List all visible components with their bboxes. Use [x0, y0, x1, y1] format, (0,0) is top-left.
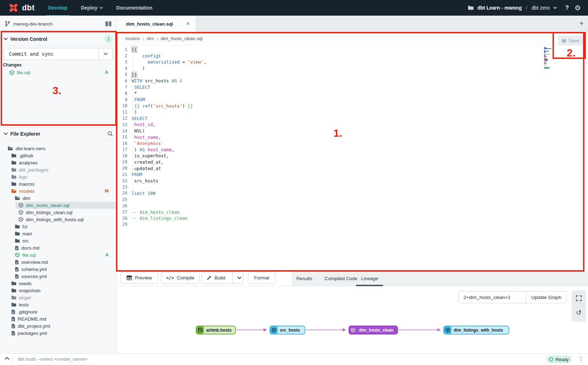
tab-lineage[interactable]: Lineage [356, 271, 383, 286]
gear-icon[interactable]: ⚙ [575, 4, 581, 11]
tree-item-dbt-packages[interactable]: dbt_packages [0, 166, 116, 173]
model-cube-icon [18, 210, 23, 215]
tree-item-fct[interactable]: fct [0, 223, 116, 230]
format-button[interactable]: Format [248, 272, 276, 284]
close-icon[interactable]: × [187, 21, 190, 27]
environment-name[interactable]: dbt zero [532, 5, 550, 11]
tree-item-dim-hosts-clean-sql[interactable]: dim_hosts_clean.sql [0, 202, 116, 209]
model-cube-icon [18, 217, 23, 222]
code-line-24: 24limit 100 [117, 190, 588, 197]
tree-item-label: analyses [19, 160, 38, 165]
project-separator: / [526, 5, 527, 11]
nav-item-develop[interactable]: Develop [48, 5, 67, 11]
code-line-13: 13 host_id, [117, 121, 588, 128]
branch-name[interactable]: mwong-dev-branch [13, 21, 52, 27]
dbt-logo[interactable]: dbt [8, 3, 35, 13]
code-icon: </> [166, 276, 174, 280]
tree-item-snapshots[interactable]: snapshots [0, 287, 116, 294]
kebab-menu-icon[interactable]: ⋮ [578, 355, 584, 362]
tree-item-models[interactable]: modelsM [0, 187, 116, 195]
tree-item-docs-md[interactable]: docs.md [0, 244, 116, 251]
tree-item-dbt-project-yml[interactable]: dbt_project.yml [0, 322, 116, 329]
folder-icon [15, 239, 20, 243]
split-view-icon[interactable] [105, 21, 111, 26]
tree-item-label: macros [19, 181, 34, 187]
tree-item-mart[interactable]: mart [0, 230, 116, 237]
build-options-button[interactable] [235, 277, 243, 279]
version-control-header[interactable]: Version Control 1 [0, 32, 116, 46]
nav-item-documentation[interactable]: Documentation [116, 5, 152, 11]
breadcrumb-models[interactable]: models [125, 36, 140, 41]
tree-item-label: mart [22, 231, 32, 236]
changed-file-name: file.sql [17, 70, 30, 75]
tree-item-dim[interactable]: dim [0, 195, 116, 202]
nav-item-deploy[interactable]: Deploy [81, 5, 103, 11]
line-number: 24 [117, 191, 132, 196]
breadcrumb-separator: › [143, 36, 144, 42]
tree-item-dim-listings-clean-sql[interactable]: dim_listings_clean.sql [0, 209, 116, 216]
breadcrumb-dim[interactable]: dim [147, 36, 154, 41]
tree-item-dim-listings-with-hosts-sql[interactable]: dim_listings_with_hosts.sql [0, 216, 116, 223]
search-icon[interactable] [107, 131, 113, 137]
tree-item-dbt-learn-zero[interactable]: dbt-learn-zero [0, 145, 116, 152]
top-nav: dbt Develop Deploy Documentation dbt Lea… [0, 0, 588, 16]
save-button[interactable]: Save [558, 36, 583, 45]
tab-dim-hosts-clean[interactable]: dim_hosts_clean.sql × [117, 16, 195, 32]
tree-item-sources-yml[interactable]: sources.yml [0, 273, 116, 280]
reset-view-icon[interactable]: ↺ [572, 305, 586, 320]
changes-label: Changes [3, 62, 22, 67]
tree-item-src[interactable]: src [0, 237, 116, 244]
code-editor[interactable]: 1{{2 config(3 materialized = 'view',4 )5… [117, 45, 588, 271]
chevron-down-icon[interactable] [553, 7, 557, 9]
lineage-node-airbnb-hosts[interactable]: airbnb.hosts [196, 326, 236, 334]
tree-item-readme-md[interactable]: README.md [0, 315, 116, 322]
folder-icon [11, 182, 16, 186]
branch-bar: mwong-dev-branch [0, 16, 116, 32]
tree-item-file-sql[interactable]: file.sqlA [0, 251, 116, 258]
compile-button[interactable]: </> Compile [161, 272, 200, 284]
lineage-node-src-hosts[interactable]: src_hosts [270, 326, 305, 334]
file-icon [11, 324, 15, 328]
tree-item-macros[interactable]: macros [0, 180, 116, 187]
lineage-selector-input[interactable]: 2+dim_hosts_clean+2 [459, 291, 526, 303]
tree-item-label: seeds [19, 281, 32, 286]
command-input[interactable]: dbt build --select <model_name> [18, 356, 88, 362]
lineage-node-dim-hosts-clean[interactable]: dim_hosts_clean [349, 326, 398, 334]
tree-item-logs[interactable]: logs [0, 173, 116, 180]
tree-item-seeds[interactable]: seeds [0, 280, 116, 287]
file-explorer-header[interactable]: File Explorer [0, 127, 117, 141]
tree-item-analyses[interactable]: analyses [0, 159, 116, 166]
model-cube-icon [18, 203, 23, 208]
file-tree: dbt-learn-zero.githubanalysesdbt_package… [0, 145, 116, 337]
new-tab-button[interactable]: + [579, 19, 584, 28]
tree-item-target[interactable]: target [0, 294, 116, 301]
commit-and-sync-button[interactable]: Commit and sync [4, 48, 113, 60]
tab-results[interactable]: Results [291, 271, 318, 286]
version-control-title: Version Control [10, 36, 47, 42]
line-number: 8 [117, 91, 132, 96]
code-lines: 1{{2 config(3 materialized = 'view',4 )5… [117, 47, 588, 228]
preview-button[interactable]: Preview [121, 272, 158, 284]
build-button[interactable]: Build [201, 272, 244, 284]
change-status-badge: A [105, 70, 108, 75]
help-icon[interactable]: ? [565, 4, 569, 11]
tree-item-label: overview.md [21, 260, 48, 265]
lineage-node-dim-listings-with-hosts[interactable]: dim_listings_with_hosts [443, 326, 509, 334]
chevron-down-icon [104, 53, 108, 55]
tree-item-label: dim [23, 196, 30, 201]
tree-item-overview-md[interactable]: overview.md [0, 258, 116, 266]
folder-icon [11, 160, 16, 165]
tree-item--gitignore[interactable]: .gitignore [0, 308, 116, 315]
expand-panel-icon[interactable] [4, 356, 10, 360]
tree-item-tests[interactable]: tests [0, 301, 116, 308]
fullscreen-icon[interactable] [572, 291, 586, 305]
file-icon [15, 274, 19, 279]
tree-item-label: .gitignore [18, 309, 38, 315]
changed-file-row[interactable]: file.sql A [0, 69, 117, 76]
project-name[interactable]: dbt Learn - mwong [477, 5, 522, 11]
tree-item-schema-yml[interactable]: schema.yml [0, 266, 116, 273]
line-number: 23 [117, 185, 132, 190]
tree-item-packages-yml[interactable]: packages.yml [0, 329, 116, 337]
update-graph-button[interactable]: Update Graph [526, 291, 567, 303]
tree-item--github[interactable]: .github [0, 152, 116, 159]
